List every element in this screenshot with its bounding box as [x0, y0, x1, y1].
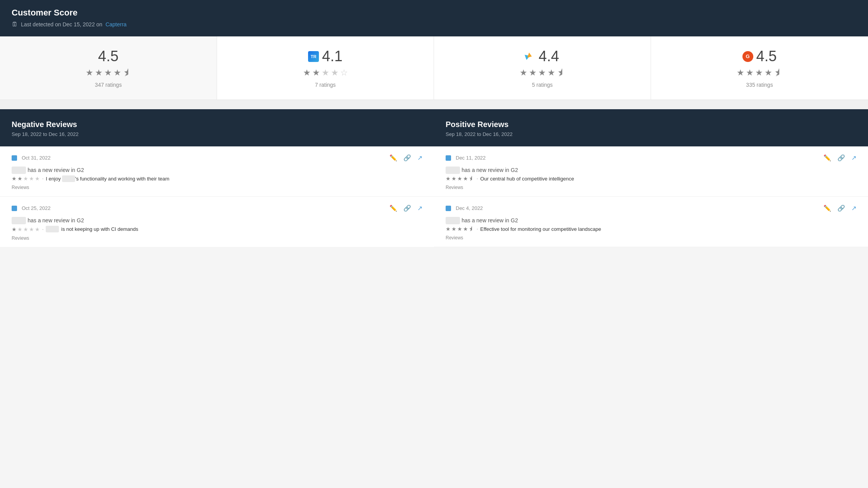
p-star-5: ⯨ — [469, 175, 474, 182]
r2-star-5: ★ — [35, 226, 40, 232]
rating-cell-aggregate: 4.5 ★ ★ ★ ★ ⯨ 347 ratings — [0, 36, 217, 100]
review-company-name-2 — [12, 217, 26, 224]
rating-number-row-tr: TR 4.1 — [308, 48, 343, 65]
pos-review-actions-1[interactable]: ✏️ 🔗 ↗ — [823, 154, 856, 162]
review-company-name-1 — [12, 167, 26, 174]
pos-link-icon-2[interactable]: 🔗 — [837, 204, 845, 212]
p2-star-2: ★ — [451, 226, 456, 232]
rating-number-row: 4.5 — [98, 48, 119, 65]
trustradius-logo: TR — [308, 51, 319, 62]
external-icon-2[interactable]: ↗ — [417, 204, 422, 212]
review-tag-1: Reviews — [12, 185, 422, 190]
link-icon-1[interactable]: 🔗 — [403, 154, 411, 162]
rating-cell-trustradius: TR 4.1 ★ ★ ★ ★ ☆ 7 ratings — [217, 36, 434, 100]
pos-review-header-left-1: Dec 11, 2022 — [446, 155, 486, 161]
positive-review-1: Dec 11, 2022 ✏️ 🔗 ↗ has a new review in … — [434, 146, 868, 197]
positive-reviews-list: Dec 11, 2022 ✏️ 🔗 ↗ has a new review in … — [434, 146, 868, 247]
review-actions-2[interactable]: ✏️ 🔗 ↗ — [389, 204, 422, 212]
positive-review-2: Dec 4, 2022 ✏️ 🔗 ↗ has a new review in G… — [434, 197, 868, 247]
capterra-link[interactable]: Capterra — [105, 21, 126, 27]
p-star-3: ★ — [457, 175, 462, 182]
r2-star-3: ★ — [23, 226, 28, 232]
positive-reviews-title: Positive Reviews — [446, 120, 856, 129]
edit-icon-1[interactable]: ✏️ — [389, 154, 397, 162]
star-3: ★ — [755, 68, 763, 78]
ratings-count: 347 ratings — [95, 82, 122, 88]
negative-reviews-list: Oct 31, 2022 ✏️ 🔗 ↗ has a new review in … — [0, 146, 434, 247]
review-actions-1[interactable]: ✏️ 🔗 ↗ — [389, 154, 422, 162]
star-3: ★ — [104, 68, 112, 78]
r2-star-1: ★ — [12, 226, 17, 232]
ratings-count-capterra: 5 ratings — [532, 82, 553, 88]
star-2: ★ — [95, 68, 103, 78]
positive-reviews-section: Positive Reviews Sep 18, 2022 to Dec 16,… — [434, 109, 868, 247]
negative-review-2: Oct 25, 2022 ✏️ 🔗 ↗ has a new review in … — [0, 197, 434, 247]
pos-review-company-text-2: has a new review in G2 — [462, 217, 518, 223]
stars-capterra: ★ ★ ★ ★ ⯨ — [520, 68, 565, 78]
pos-review-title-2: Effective tool for monitoring our compet… — [480, 226, 601, 232]
pos-external-icon-1[interactable]: ↗ — [851, 154, 856, 162]
pos-review-actions-2[interactable]: ✏️ 🔗 ↗ — [823, 204, 856, 212]
review-dot-2 — [12, 206, 17, 211]
ratings-count-g2: 335 ratings — [746, 82, 773, 88]
star-4: ★ — [114, 68, 121, 78]
pos-edit-icon-2[interactable]: ✏️ — [823, 204, 831, 212]
star-3: ★ — [322, 68, 329, 78]
star-4: ★ — [331, 68, 339, 78]
pos-edit-icon-1[interactable]: ✏️ — [823, 154, 831, 162]
r2-star-2: ★ — [17, 226, 22, 232]
rating-number-capterra: 4.4 — [539, 48, 559, 65]
pos-review-dot-1 — [446, 155, 451, 161]
pos-review-date-2: Dec 4, 2022 — [456, 205, 483, 211]
rating-number-row-capterra: 4.4 — [525, 48, 559, 65]
review-title-1: I enjoy 's functionality and working wit… — [46, 176, 169, 182]
dot-sep-1: · — [42, 176, 43, 181]
rating-number-row-g2: G 4.5 — [742, 48, 777, 65]
p-star-2: ★ — [451, 175, 456, 182]
review-stars-1: ★ ★ ★ ★ ★ — [12, 175, 40, 182]
p2-star-5: ⯨ — [469, 226, 474, 232]
rating-cell-capterra: 4.4 ★ ★ ★ ★ ⯨ 5 ratings — [434, 36, 651, 100]
rating-number-g2: 4.5 — [756, 48, 777, 65]
review-header-left-1: Oct 31, 2022 — [12, 155, 50, 161]
rating-number-tr: 4.1 — [322, 48, 343, 65]
negative-reviews-section: Negative Reviews Sep 18, 2022 to Dec 16,… — [0, 109, 434, 247]
external-icon-1[interactable]: ↗ — [417, 154, 422, 162]
star-5: ⯨ — [557, 68, 565, 78]
pos-review-company-1: has a new review in G2 — [446, 167, 856, 173]
rating-number: 4.5 — [98, 48, 119, 65]
negative-reviews-date: Sep 18, 2022 to Dec 16, 2022 — [12, 131, 422, 137]
pos-external-icon-2[interactable]: ↗ — [851, 204, 856, 212]
review-date-1: Oct 31, 2022 — [22, 155, 50, 161]
pos-review-date-1: Dec 11, 2022 — [456, 155, 486, 161]
pos-review-company-name-2 — [446, 217, 460, 224]
star-2: ★ — [746, 68, 754, 78]
pos-review-header-left-2: Dec 4, 2022 — [446, 205, 483, 211]
stars-tr: ★ ★ ★ ★ ☆ — [303, 68, 348, 78]
star-4: ★ — [548, 68, 555, 78]
dot-sep-2: · — [42, 227, 43, 232]
negative-reviews-title: Negative Reviews — [12, 120, 422, 129]
star-1: ★ — [737, 68, 744, 78]
pos-link-icon-1[interactable]: 🔗 — [837, 154, 845, 162]
positive-reviews-header: Positive Reviews Sep 18, 2022 to Dec 16,… — [434, 109, 868, 146]
star-1: ★ — [86, 68, 93, 78]
review-company-text-2: has a new review in G2 — [28, 217, 84, 223]
review-dot-1 — [12, 155, 17, 161]
ratings-count-tr: 7 ratings — [315, 82, 336, 88]
pos-review-company-name-1 — [446, 167, 460, 174]
p2-star-4: ★ — [463, 226, 468, 232]
pos-review-header-1: Dec 11, 2022 ✏️ 🔗 ↗ — [446, 154, 856, 162]
pos-review-title-1: Our central hub of competitive intellige… — [480, 176, 574, 182]
review-title-row-1: ★ ★ ★ ★ ★ · I enjoy 's functionality and… — [12, 175, 422, 182]
subtitle-prefix: Last detected on Dec 15, 2022 on — [21, 21, 102, 27]
pos-review-stars-2: ★ ★ ★ ★ ⯨ — [446, 226, 474, 232]
review-title-row-2: ★ ★ ★ ★ ★ · is not keeping up with CI de… — [12, 226, 422, 232]
rating-cell-g2: G 4.5 ★ ★ ★ ★ ⯨ 335 ratings — [651, 36, 868, 100]
stars-g2: ★ ★ ★ ★ ⯨ — [737, 68, 782, 78]
star-5: ⯨ — [774, 68, 782, 78]
page-title: Customer Score — [12, 8, 856, 18]
link-icon-2[interactable]: 🔗 — [403, 204, 411, 212]
star-5: ☆ — [340, 68, 348, 78]
edit-icon-2[interactable]: ✏️ — [389, 204, 397, 212]
